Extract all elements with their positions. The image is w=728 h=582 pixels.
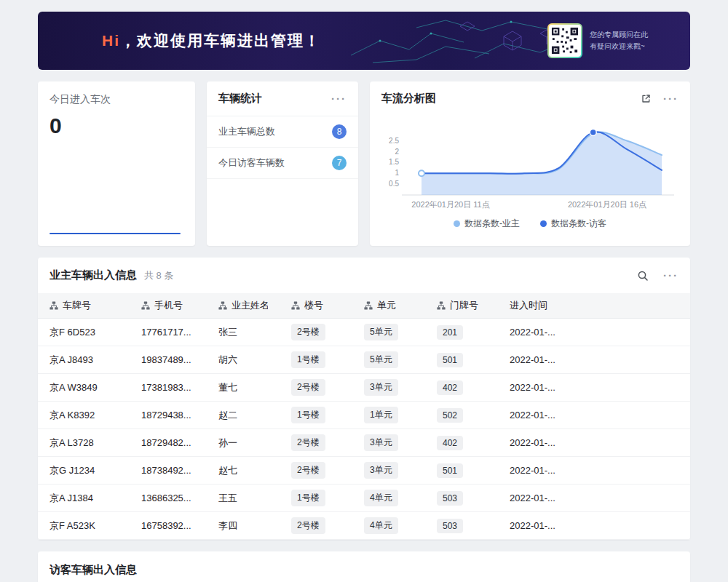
table-row[interactable]: 京A L3728 18729482... 孙一 2号楼 3单元 402 2022…	[38, 429, 690, 457]
building-tag: 2号楼	[291, 462, 325, 479]
stat-label: 业主车辆总数	[218, 125, 275, 138]
qr-code[interactable]	[549, 25, 581, 57]
building-tag: 2号楼	[291, 434, 325, 451]
more-menu-icon[interactable]: ···	[331, 93, 347, 104]
today-entries-value: 0	[50, 113, 183, 138]
legend-dot	[454, 220, 460, 227]
legend-item-visitor[interactable]: 数据条数-访客	[540, 218, 606, 230]
sitemap-icon	[364, 301, 373, 310]
column-header[interactable]: 业主姓名	[207, 293, 280, 319]
cell-plate: 京F A523K	[38, 512, 130, 540]
cell-unit: 3单元	[352, 457, 425, 485]
column-label: 楼号	[304, 299, 323, 312]
cell-building: 2号楼	[280, 512, 352, 540]
cell-entry-time: 2022-01-...	[498, 457, 568, 485]
unit-tag: 3单元	[364, 379, 398, 396]
stat-label: 今日访客车辆数	[218, 156, 285, 170]
cell-building: 2号楼	[280, 319, 352, 346]
search-icon[interactable]	[637, 270, 649, 282]
column-header[interactable]: 门牌号	[425, 293, 498, 319]
traffic-chart-canvas: 0.511.522.5 2022年01月20日 11点 2022年01月20日 …	[381, 119, 678, 213]
column-header[interactable]: 进入时间	[498, 293, 568, 319]
qr-pattern	[551, 27, 579, 55]
data-point-marker	[590, 129, 596, 135]
sitemap-icon	[291, 301, 300, 310]
qr-section: 您的专属顾问在此 有疑问欢迎来戳~	[547, 23, 648, 58]
cell-filler	[568, 346, 690, 374]
column-header[interactable]: 单元	[352, 293, 425, 319]
cell-entry-time: 2022-01-...	[498, 485, 568, 512]
table-row[interactable]: 京A W3849 17381983... 董七 2号楼 3单元 402 2022…	[38, 374, 690, 402]
cell-entry-time: 2022-01-...	[498, 319, 568, 346]
owner-table-title: 业主车辆出入信息	[50, 268, 137, 282]
y-tick-label: 1.5	[389, 158, 399, 166]
column-header[interactable]: 车牌号	[38, 293, 130, 319]
data-point-marker	[419, 170, 424, 176]
vehicle-stats-card: 车辆统计 ··· 业主车辆总数 8 今日访客车辆数 7	[207, 81, 358, 246]
table-row[interactable]: 京A J1384 13686325... 王五 1号楼 4单元 503 2022…	[38, 485, 690, 512]
stat-badge: 7	[332, 156, 347, 170]
export-icon[interactable]	[641, 93, 652, 104]
banner-greeting-text: ，欢迎使用车辆进出管理！	[120, 32, 321, 49]
sitemap-icon	[141, 301, 150, 310]
cell-phone: 17761717...	[130, 319, 207, 346]
table-row[interactable]: 京A K8392 18729438... 赵二 1号楼 1单元 502 2022…	[38, 402, 690, 429]
cell-owner-name: 赵七	[207, 457, 280, 485]
unit-tag: 1单元	[364, 407, 398, 423]
x-axis-label: 2022年01月20日 16点	[568, 200, 646, 209]
page: Hi，欢迎使用车辆进出管理！	[0, 0, 728, 582]
door-tag: 502	[437, 408, 463, 423]
column-header[interactable]: 楼号	[280, 293, 352, 319]
cell-building: 1号楼	[280, 485, 352, 512]
chart-body: 0.511.522.5 2022年01月20日 11点 2022年01月20日 …	[370, 116, 690, 230]
cell-filler	[568, 374, 690, 402]
banner-title: Hi，欢迎使用车辆进出管理！	[102, 31, 321, 51]
more-menu-icon[interactable]: ···	[663, 270, 678, 281]
sitemap-icon	[50, 301, 58, 310]
more-menu-icon[interactable]: ···	[663, 93, 678, 104]
table-row[interactable]: 京F A523K 16758392... 李四 2号楼 4单元 503 2022…	[38, 512, 690, 540]
owner-table-actions: ···	[637, 270, 678, 282]
building-tag: 2号楼	[291, 517, 325, 534]
door-tag: 501	[437, 463, 463, 478]
unit-tag: 5单元	[364, 351, 398, 368]
stat-row-owner-total: 业主车辆总数 8	[207, 116, 358, 148]
cell-building: 2号楼	[280, 374, 352, 402]
cell-phone: 18729438...	[130, 402, 207, 429]
cell-unit: 4单元	[352, 512, 425, 540]
owner-table-title-group: 业主车辆出入信息 共 8 条	[50, 268, 173, 282]
column-header[interactable]: 手机号	[130, 293, 207, 319]
cell-door: 503	[425, 485, 498, 512]
legend-item-owner[interactable]: 数据条数-业主	[454, 218, 520, 230]
cell-phone: 17381983...	[130, 374, 207, 402]
column-label: 车牌号	[63, 299, 91, 312]
door-tag: 402	[437, 380, 463, 395]
cell-entry-time: 2022-01-...	[498, 512, 568, 540]
building-tag: 1号楼	[291, 351, 325, 368]
stat-row-visitor-today: 今日访客车辆数 7	[207, 148, 358, 179]
table-row[interactable]: 京A J8493 19837489... 胡六 1号楼 5单元 501 2022…	[38, 346, 690, 374]
cell-unit: 3单元	[352, 374, 425, 402]
cell-filler	[568, 485, 690, 512]
cell-entry-time: 2022-01-...	[498, 346, 568, 374]
cell-building: 2号楼	[280, 429, 352, 457]
table-row[interactable]: 京F 6D523 17761717... 张三 2号楼 5单元 201 2022…	[38, 319, 690, 346]
cell-door: 501	[425, 457, 498, 485]
traffic-analysis-header: 车流分析图 ···	[370, 81, 690, 116]
unit-tag: 3单元	[364, 434, 398, 451]
column-label: 单元	[377, 299, 396, 312]
table-body: 京F 6D523 17761717... 张三 2号楼 5单元 201 2022…	[38, 319, 690, 540]
cell-building: 1号楼	[280, 402, 352, 429]
legend-label: 数据条数-访客	[551, 218, 606, 230]
cell-door: 501	[425, 346, 498, 374]
table-row[interactable]: 京G J1234 18738492... 赵七 2号楼 3单元 501 2022…	[38, 457, 690, 485]
owner-table-header: 业主车辆出入信息 共 8 条 ···	[38, 258, 690, 293]
cell-entry-time: 2022-01-...	[498, 402, 568, 429]
vehicle-stats-title: 车辆统计	[218, 92, 262, 105]
column-label: 手机号	[154, 299, 183, 312]
cell-owner-name: 王五	[207, 485, 280, 512]
door-tag: 503	[437, 519, 463, 533]
door-tag: 501	[437, 353, 463, 367]
building-tag: 2号楼	[291, 324, 325, 340]
cell-door: 402	[425, 374, 498, 402]
